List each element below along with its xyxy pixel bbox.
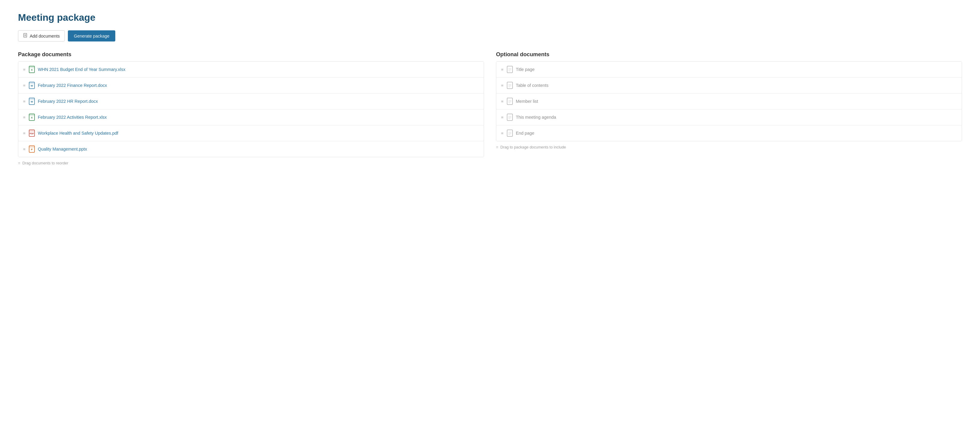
- generic-doc-icon: [507, 129, 513, 137]
- svg-text:X: X: [31, 116, 33, 119]
- add-documents-label: Add documents: [30, 34, 60, 38]
- svg-rect-26: [507, 82, 512, 89]
- drag-hint-icon-2: ≡: [496, 145, 498, 149]
- xlsx-icon: X: [29, 66, 35, 73]
- drag-handle-icon: ≡: [23, 131, 26, 136]
- package-doc-item[interactable]: ≡ P Quality Management.pptx: [18, 141, 484, 157]
- drag-handle-icon: ≡: [23, 115, 26, 120]
- generic-doc-icon: [507, 66, 513, 73]
- xlsx-icon: X: [29, 113, 35, 121]
- optional-doc-name: End page: [516, 131, 535, 136]
- svg-rect-38: [507, 130, 512, 136]
- drag-handle-icon: ≡: [501, 83, 504, 88]
- drag-handle-icon: ≡: [501, 115, 504, 120]
- optional-doc-item[interactable]: ≡ Member list: [496, 94, 962, 109]
- main-content: Package documents ≡ X WHN 2021 Budget En…: [18, 51, 962, 165]
- pptx-icon: P: [29, 145, 35, 153]
- svg-text:PDF: PDF: [30, 132, 34, 135]
- generic-doc-icon: [507, 113, 513, 121]
- optional-doc-item[interactable]: ≡ Title page: [496, 62, 962, 78]
- generic-doc-icon: [507, 82, 513, 89]
- package-doc-item[interactable]: ≡ W February 2022 Finance Report.docx: [18, 78, 484, 94]
- package-doc-link[interactable]: Workplace Health and Safety Updates.pdf: [38, 131, 118, 136]
- svg-rect-30: [507, 98, 512, 105]
- drag-handle-icon: ≡: [501, 67, 504, 72]
- svg-rect-14: [29, 114, 35, 116]
- package-doc-item[interactable]: ≡ X WHN 2021 Budget End of Year Summary.…: [18, 62, 484, 78]
- optional-documents-column: Optional documents ≡ Title page ≡ Table …: [496, 51, 962, 165]
- svg-text:W: W: [30, 101, 33, 103]
- generic-doc-icon: [507, 98, 513, 105]
- drag-handle-icon: ≡: [23, 147, 26, 152]
- optional-doc-name: Table of contents: [516, 83, 549, 88]
- generate-package-button[interactable]: Generate package: [68, 30, 115, 41]
- package-doc-item[interactable]: ≡ X February 2022 Activities Report.xlsx: [18, 109, 484, 125]
- optional-doc-name: Title page: [516, 67, 535, 72]
- drag-handle-icon: ≡: [501, 131, 504, 136]
- svg-rect-34: [507, 114, 512, 121]
- drag-handle-icon: ≡: [501, 99, 504, 104]
- optional-doc-item[interactable]: ≡ Table of contents: [496, 78, 962, 94]
- svg-rect-5: [29, 66, 35, 68]
- pdf-icon: PDF: [29, 129, 35, 137]
- drag-handle-icon: ≡: [23, 67, 26, 72]
- drag-hint-icon: ≡: [18, 161, 21, 165]
- toolbar: Add documents Generate package: [18, 30, 962, 41]
- optional-doc-name: Member list: [516, 99, 538, 104]
- optional-doc-item[interactable]: ≡ This meeting agenda: [496, 109, 962, 125]
- optional-documents-title: Optional documents: [496, 51, 962, 58]
- optional-documents-list: ≡ Title page ≡ Table of contents ≡: [496, 61, 962, 141]
- docx-icon: W: [29, 98, 35, 105]
- package-doc-link[interactable]: February 2022 HR Report.docx: [38, 99, 98, 104]
- page-title: Meeting package: [18, 12, 962, 23]
- drag-handle-icon: ≡: [23, 83, 26, 88]
- svg-rect-20: [29, 146, 35, 148]
- optional-doc-item[interactable]: ≡ End page: [496, 125, 962, 141]
- package-doc-item[interactable]: ≡ W February 2022 HR Report.docx: [18, 94, 484, 109]
- svg-rect-22: [507, 66, 512, 73]
- package-documents-column: Package documents ≡ X WHN 2021 Budget En…: [18, 51, 484, 165]
- svg-rect-8: [29, 82, 35, 84]
- svg-text:W: W: [30, 85, 33, 87]
- optional-doc-name: This meeting agenda: [516, 115, 556, 120]
- svg-text:P: P: [31, 148, 33, 151]
- package-drag-hint: ≡ Drag documents to reorder: [18, 161, 484, 165]
- package-documents-title: Package documents: [18, 51, 484, 58]
- package-documents-list: ≡ X WHN 2021 Budget End of Year Summary.…: [18, 61, 484, 157]
- package-doc-link[interactable]: February 2022 Finance Report.docx: [38, 83, 107, 88]
- drag-handle-icon: ≡: [23, 99, 26, 104]
- package-doc-link[interactable]: Quality Management.pptx: [38, 147, 87, 152]
- svg-text:X: X: [31, 69, 33, 71]
- add-documents-button[interactable]: Add documents: [18, 30, 65, 41]
- package-doc-item[interactable]: ≡ PDF Workplace Health and Safety Update…: [18, 125, 484, 141]
- package-doc-link[interactable]: February 2022 Activities Report.xlsx: [38, 115, 107, 120]
- docx-icon: W: [29, 82, 35, 89]
- package-doc-link[interactable]: WHN 2021 Budget End of Year Summary.xlsx: [38, 67, 126, 72]
- add-doc-icon: [23, 33, 28, 39]
- svg-rect-17: [29, 130, 35, 132]
- svg-rect-11: [29, 98, 35, 100]
- optional-drag-hint: ≡ Drag to package documents to include: [496, 145, 962, 149]
